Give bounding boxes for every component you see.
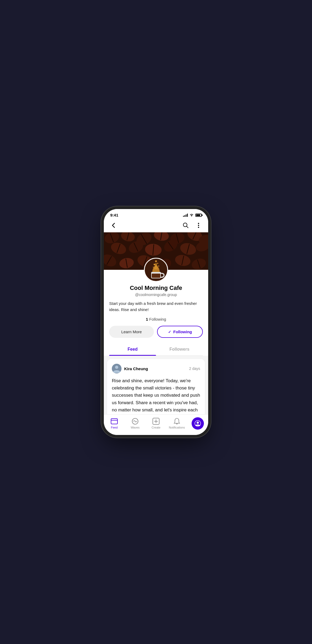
- author-name: Kira Cheung: [124, 366, 148, 371]
- svg-point-45: [154, 264, 155, 265]
- profile-circle-icon: [194, 420, 201, 427]
- tab-followers[interactable]: Followers: [156, 343, 203, 355]
- author-info: Kira Cheung: [112, 364, 148, 373]
- feed-nav-icon: [111, 418, 118, 425]
- avatar: [144, 258, 168, 282]
- svg-point-49: [158, 266, 159, 267]
- following-label: Following: [149, 317, 166, 321]
- tabs: Feed Followers: [109, 343, 203, 356]
- feed-section: Kira Cheung 2 days Rise and shine, every…: [104, 356, 208, 414]
- bottom-nav: Feed Waves Create: [104, 414, 208, 435]
- search-button[interactable]: [181, 221, 190, 230]
- profile-bio: Start your day with a fresh brew and eve…: [109, 301, 203, 313]
- notifications-nav-icon: [173, 418, 180, 425]
- feed-card-header: Kira Cheung 2 days: [112, 364, 200, 373]
- back-button[interactable]: [109, 221, 118, 230]
- waves-nav-icon: [132, 418, 139, 425]
- svg-point-52: [115, 366, 118, 369]
- content-area: Cool Morning Cafe @coolmorningcafe.group…: [104, 232, 208, 414]
- phone-frame: 9:41: [104, 209, 208, 435]
- action-buttons: Learn More ✓ Following: [109, 326, 203, 338]
- learn-more-button[interactable]: Learn More: [109, 326, 154, 338]
- profile-name: Cool Morning Cafe: [109, 285, 203, 291]
- svg-line-1: [187, 226, 188, 228]
- svg-point-46: [157, 263, 158, 264]
- status-bar: 9:41: [104, 209, 208, 219]
- create-nav-label: Create: [151, 426, 160, 429]
- status-icons: [183, 214, 202, 217]
- post-content: Rise and shine, everyone! Today, we're c…: [112, 377, 200, 414]
- nav-item-profile[interactable]: [187, 417, 208, 430]
- nav-actions: [181, 221, 203, 230]
- profile-circle-button[interactable]: [192, 417, 204, 430]
- svg-rect-50: [152, 274, 160, 278]
- svg-point-2: [198, 223, 199, 224]
- following-button-label: Following: [173, 329, 192, 334]
- svg-rect-44: [151, 272, 161, 273]
- svg-point-60: [197, 422, 199, 424]
- avatar-container: [144, 258, 168, 282]
- following-number: 1: [146, 317, 148, 321]
- profile-section: Cool Morning Cafe @coolmorningcafe.group…: [104, 270, 208, 356]
- svg-point-3: [198, 225, 199, 226]
- avatar-image: [145, 259, 167, 281]
- nav-item-feed[interactable]: Feed: [104, 418, 125, 429]
- author-avatar: [112, 364, 121, 373]
- post-time: 2 days: [189, 366, 200, 371]
- notifications-nav-label: Notifications: [169, 426, 185, 429]
- create-nav-icon: [153, 418, 159, 425]
- author-avatar-image: [112, 364, 121, 373]
- nav-bar: [104, 219, 208, 232]
- feed-card: Kira Cheung 2 days Rise and shine, every…: [107, 359, 205, 414]
- more-options-button[interactable]: [194, 221, 203, 230]
- more-options-icon: [198, 223, 199, 228]
- status-time: 9:41: [110, 213, 118, 217]
- wifi-icon: [189, 214, 194, 217]
- svg-point-47: [155, 260, 157, 262]
- checkmark-icon: ✓: [168, 330, 171, 334]
- following-button[interactable]: ✓ Following: [157, 326, 203, 338]
- svg-point-48: [153, 267, 154, 268]
- search-icon: [183, 222, 189, 228]
- battery-icon: [195, 214, 202, 217]
- profile-handle: @coolmorningcafe.group: [109, 293, 203, 297]
- svg-rect-53: [111, 419, 117, 424]
- tab-feed[interactable]: Feed: [109, 343, 156, 355]
- feed-nav-label: Feed: [111, 426, 117, 429]
- following-count: 1 Following: [109, 317, 203, 321]
- svg-point-4: [198, 227, 199, 228]
- nav-item-notifications[interactable]: Notifications: [166, 418, 187, 429]
- nav-item-waves[interactable]: Waves: [125, 418, 146, 429]
- signal-bars-icon: [183, 214, 188, 217]
- nav-item-create[interactable]: Create: [146, 418, 166, 429]
- waves-nav-label: Waves: [131, 426, 139, 429]
